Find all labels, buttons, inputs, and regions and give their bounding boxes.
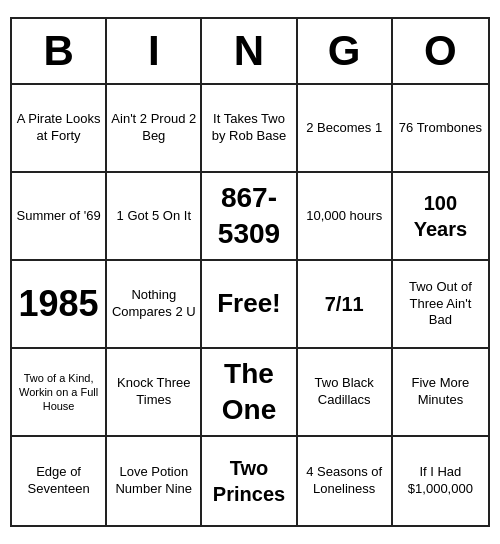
bingo-cell-15: Two of a Kind, Workin on a Full House [12,349,107,437]
cell-text-17: The One [206,356,291,429]
cell-text-6: 1 Got 5 On It [117,208,191,225]
bingo-card: BINGO A Pirate Looks at FortyAin't 2 Pro… [10,17,490,527]
cell-text-21: Love Potion Number Nine [111,464,196,498]
bingo-cell-8: 10,000 hours [298,173,393,261]
bingo-cell-9: 100 Years [393,173,488,261]
bingo-cell-19: Five More Minutes [393,349,488,437]
cell-text-13: 7/11 [325,291,364,317]
bingo-cell-0: A Pirate Looks at Forty [12,85,107,173]
bingo-cell-11: Nothing Compares 2 U [107,261,202,349]
bingo-cell-2: It Takes Two by Rob Base [202,85,297,173]
header-letter-N: N [202,19,297,83]
bingo-cell-3: 2 Becomes 1 [298,85,393,173]
bingo-cell-22: Two Princes [202,437,297,525]
cell-text-4: 76 Trombones [399,120,482,137]
bingo-cell-6: 1 Got 5 On It [107,173,202,261]
cell-text-10: 1985 [19,281,99,328]
cell-text-12: Free! [217,287,281,321]
cell-text-15: Two of a Kind, Workin on a Full House [16,371,101,414]
cell-text-23: 4 Seasons of Loneliness [302,464,387,498]
bingo-grid: A Pirate Looks at FortyAin't 2 Proud 2 B… [12,85,488,525]
bingo-cell-13: 7/11 [298,261,393,349]
cell-text-9: 100 Years [397,190,484,242]
bingo-cell-7: 867-5309 [202,173,297,261]
header-letter-I: I [107,19,202,83]
bingo-cell-18: Two Black Cadillacs [298,349,393,437]
cell-text-18: Two Black Cadillacs [302,375,387,409]
header-letter-B: B [12,19,107,83]
bingo-header: BINGO [12,19,488,85]
cell-text-3: 2 Becomes 1 [306,120,382,137]
header-letter-G: G [298,19,393,83]
bingo-cell-16: Knock Three Times [107,349,202,437]
bingo-cell-21: Love Potion Number Nine [107,437,202,525]
cell-text-19: Five More Minutes [397,375,484,409]
bingo-cell-14: Two Out of Three Ain't Bad [393,261,488,349]
bingo-cell-24: If I Had $1,000,000 [393,437,488,525]
bingo-cell-12: Free! [202,261,297,349]
cell-text-20: Edge of Seventeen [16,464,101,498]
bingo-cell-20: Edge of Seventeen [12,437,107,525]
cell-text-11: Nothing Compares 2 U [111,287,196,321]
cell-text-5: Summer of '69 [17,208,101,225]
cell-text-16: Knock Three Times [111,375,196,409]
bingo-cell-1: Ain't 2 Proud 2 Beg [107,85,202,173]
cell-text-7: 867-5309 [206,180,291,253]
cell-text-1: Ain't 2 Proud 2 Beg [111,111,196,145]
cell-text-14: Two Out of Three Ain't Bad [397,279,484,330]
header-letter-O: O [393,19,488,83]
cell-text-24: If I Had $1,000,000 [397,464,484,498]
cell-text-0: A Pirate Looks at Forty [16,111,101,145]
bingo-cell-17: The One [202,349,297,437]
bingo-cell-5: Summer of '69 [12,173,107,261]
bingo-cell-23: 4 Seasons of Loneliness [298,437,393,525]
cell-text-8: 10,000 hours [306,208,382,225]
cell-text-2: It Takes Two by Rob Base [206,111,291,145]
bingo-cell-10: 1985 [12,261,107,349]
bingo-cell-4: 76 Trombones [393,85,488,173]
cell-text-22: Two Princes [206,455,291,507]
